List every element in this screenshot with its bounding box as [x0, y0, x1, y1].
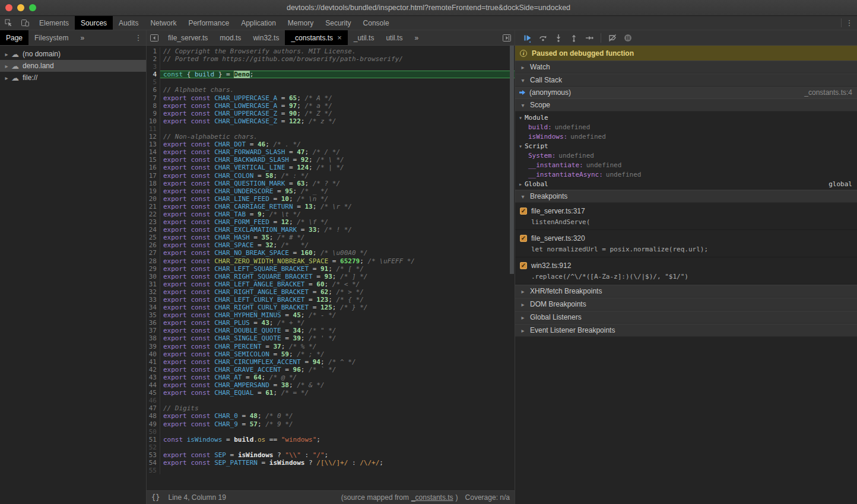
line-number[interactable]: 10	[147, 117, 160, 125]
editor-tabs-overflow-button[interactable]: »	[408, 30, 424, 45]
resume-icon[interactable]	[520, 30, 535, 46]
breakpoint-title[interactable]: ✓file_server.ts:320	[515, 233, 857, 244]
section-dom-breakpoints[interactable]: ▸DOM Breakpoints	[515, 298, 857, 311]
tab-network[interactable]: Network	[144, 16, 182, 30]
line-number[interactable]: 50	[147, 428, 160, 436]
editor-tab-util-ts[interactable]: util.ts	[380, 30, 408, 45]
line-number[interactable]: 51	[147, 436, 160, 444]
tab-console[interactable]: Console	[357, 16, 395, 30]
line-number[interactable]: 40	[147, 350, 160, 358]
line-number[interactable]: 16	[147, 164, 160, 171]
tree-item-deno-land[interactable]: ▸☁deno.land	[0, 60, 146, 72]
line-number[interactable]: 28	[147, 257, 160, 265]
line-number[interactable]: 26	[147, 241, 160, 249]
line-number[interactable]: 42	[147, 366, 160, 374]
line-number[interactable]: 8	[147, 102, 160, 110]
source-code-viewer[interactable]: 1// Copyright the Browserify authors. MI…	[147, 46, 515, 490]
line-number[interactable]: 2	[147, 55, 160, 63]
editor-tab-file-server-ts[interactable]: file_server.ts	[162, 30, 214, 45]
editor-tab-win32-ts[interactable]: win32.ts	[247, 30, 285, 45]
source-map-link[interactable]: _constants.ts	[411, 493, 453, 502]
line-number[interactable]: 38	[147, 334, 160, 342]
line-number[interactable]: 48	[147, 412, 160, 420]
line-number[interactable]: 53	[147, 451, 160, 459]
line-number[interactable]: 49	[147, 420, 160, 428]
line-number[interactable]: 22	[147, 210, 160, 218]
tab-sources[interactable]: Sources	[75, 16, 113, 30]
tab-audits[interactable]: Audits	[113, 16, 144, 30]
line-number[interactable]: 46	[147, 397, 160, 404]
line-number[interactable]: 33	[147, 296, 160, 304]
editor-tab--util-ts[interactable]: _util.ts	[348, 30, 380, 45]
line-number[interactable]: 9	[147, 110, 160, 117]
device-toolbar-icon[interactable]	[17, 16, 33, 30]
line-number[interactable]: 11	[147, 125, 160, 133]
line-number[interactable]: 34	[147, 304, 160, 311]
line-number[interactable]: 12	[147, 133, 160, 141]
line-number[interactable]: 29	[147, 265, 160, 273]
scope-variable[interactable]: System:undefined	[515, 151, 857, 160]
line-number[interactable]: 1	[147, 47, 160, 55]
line-number[interactable]: 7	[147, 94, 160, 102]
line-number[interactable]: 39	[147, 343, 160, 350]
line-number[interactable]: 52	[147, 444, 160, 451]
scope-group-script[interactable]: ▾Script	[515, 141, 857, 151]
tab-application[interactable]: Application	[235, 16, 282, 30]
call-stack-frame[interactable]: (anonymous)_constants.ts:4	[515, 87, 857, 98]
section-breakpoints[interactable]: ▾ Breakpoints	[515, 190, 857, 203]
section-call-stack[interactable]: ▾ Call Stack	[515, 74, 857, 87]
line-number[interactable]: 5	[147, 78, 160, 86]
section-xhr-fetch-breakpoints[interactable]: ▸XHR/fetch Breakpoints	[515, 285, 857, 298]
section-scope[interactable]: ▾ Scope	[515, 98, 857, 111]
line-number[interactable]: 36	[147, 319, 160, 327]
line-number[interactable]: 24	[147, 226, 160, 234]
line-number[interactable]: 37	[147, 327, 160, 334]
breakpoint-title[interactable]: ✓win32.ts:912	[515, 260, 857, 271]
line-number[interactable]: 45	[147, 389, 160, 397]
tab-security[interactable]: Security	[319, 16, 357, 30]
tree-item-file-[interactable]: ▸☁file://	[0, 72, 146, 84]
scope-variable[interactable]: build:undefined	[515, 122, 857, 132]
step-into-icon[interactable]	[551, 30, 566, 46]
scope-group-global[interactable]: ▸Globalglobal	[515, 179, 857, 189]
inspect-icon[interactable]	[0, 16, 17, 30]
tab-elements[interactable]: Elements	[33, 16, 75, 30]
line-number[interactable]: 17	[147, 172, 160, 180]
section-watch[interactable]: ▸ Watch	[515, 60, 857, 74]
more-menu-icon[interactable]: ⋮	[842, 16, 857, 30]
line-number[interactable]: 35	[147, 311, 160, 319]
line-number[interactable]: 25	[147, 234, 160, 241]
line-number[interactable]: 14	[147, 148, 160, 156]
navigator-tab-filesystem[interactable]: Filesystem	[28, 30, 74, 45]
close-icon[interactable]: ×	[337, 33, 342, 42]
deactivate-breakpoints-icon[interactable]	[605, 30, 620, 46]
line-number[interactable]: 27	[147, 249, 160, 257]
show-debugger-icon[interactable]	[499, 30, 515, 45]
line-number[interactable]: 21	[147, 203, 160, 210]
line-number[interactable]: 15	[147, 156, 160, 164]
line-number[interactable]: 47	[147, 404, 160, 412]
pretty-print-icon[interactable]: {}	[151, 493, 160, 502]
scope-variable[interactable]: isWindows:undefined	[515, 132, 857, 141]
editor-scrollbar[interactable]	[510, 46, 514, 274]
line-number[interactable]: 41	[147, 358, 160, 366]
line-number[interactable]: 54	[147, 459, 160, 467]
line-number[interactable]: 23	[147, 218, 160, 226]
navigator-more-menu-icon[interactable]: ⋮	[131, 30, 146, 45]
hide-navigator-icon[interactable]	[147, 30, 162, 45]
line-number[interactable]: 4	[147, 71, 160, 78]
tree-item--no-domain-[interactable]: ▸☁(no domain)	[0, 48, 146, 60]
scope-group-module[interactable]: ▾Module	[515, 113, 857, 122]
breakpoint-title[interactable]: ✓file_server.ts:317	[515, 206, 857, 216]
line-number[interactable]: 31	[147, 280, 160, 288]
section-global-listeners[interactable]: ▸Global Listeners	[515, 311, 857, 324]
pause-on-exceptions-icon[interactable]	[620, 30, 636, 46]
editor-tab--constants-ts[interactable]: _constants.ts×	[285, 30, 347, 45]
tab-memory[interactable]: Memory	[282, 16, 319, 30]
editor-tab-mod-ts[interactable]: mod.ts	[214, 30, 247, 45]
breakpoint-checkbox[interactable]: ✓	[520, 262, 527, 269]
line-number[interactable]: 30	[147, 273, 160, 280]
line-number[interactable]: 32	[147, 288, 160, 296]
navigator-overflow-button[interactable]: »	[74, 30, 90, 45]
line-number[interactable]: 44	[147, 381, 160, 389]
